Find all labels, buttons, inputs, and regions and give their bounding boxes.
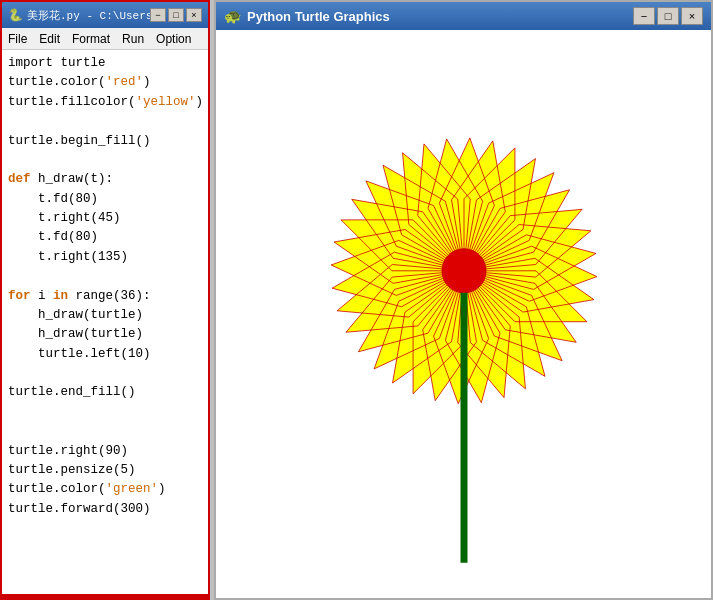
turtle-window-controls: − □ ×: [633, 7, 703, 25]
code-editor-window: 🐍 美形花.py - C:\Users\Shipley\D − □ × File…: [0, 0, 210, 600]
code-line: [8, 151, 202, 170]
code-line: for i in range(36):: [8, 287, 202, 306]
code-line: [8, 267, 202, 286]
menu-bar: File Edit Format Run Option: [2, 28, 208, 50]
menu-file[interactable]: File: [2, 30, 33, 48]
code-line: [8, 403, 202, 422]
code-line: turtle.begin_fill(): [8, 132, 202, 151]
turtle-canvas-area: [216, 30, 711, 598]
code-line: [8, 422, 202, 441]
menu-option[interactable]: Option: [150, 30, 197, 48]
code-line: turtle.forward(300): [8, 500, 202, 519]
code-line: h_draw(turtle): [8, 306, 202, 325]
code-editor-title: 美形花.py - C:\Users\Shipley\D: [27, 8, 150, 23]
minimize-button[interactable]: −: [150, 8, 166, 22]
code-line: turtle.color('green'): [8, 480, 202, 499]
close-button[interactable]: ×: [186, 8, 202, 22]
code-line: turtle.right(90): [8, 442, 202, 461]
turtle-window: 🐢 Python Turtle Graphics − □ ×: [214, 0, 713, 600]
turtle-maximize-button[interactable]: □: [657, 7, 679, 25]
turtle-minimize-button[interactable]: −: [633, 7, 655, 25]
code-line: turtle.color('red'): [8, 73, 202, 92]
maximize-button[interactable]: □: [168, 8, 184, 22]
code-line: turtle.left(10): [8, 345, 202, 364]
code-line: def h_draw(t):: [8, 170, 202, 189]
menu-edit[interactable]: Edit: [33, 30, 66, 48]
python-icon: 🐍: [8, 8, 23, 23]
code-content[interactable]: import turtle turtle.color('red') turtle…: [2, 50, 208, 594]
code-line: turtle.pensize(5): [8, 461, 202, 480]
menu-run[interactable]: Run: [116, 30, 150, 48]
turtle-close-button[interactable]: ×: [681, 7, 703, 25]
code-line: t.right(45): [8, 209, 202, 228]
code-line: turtle.fillcolor('yellow'): [8, 93, 202, 112]
code-line: t.right(135): [8, 248, 202, 267]
bottom-accent: [2, 594, 208, 598]
code-line: t.fd(80): [8, 228, 202, 247]
code-line: import turtle: [8, 54, 202, 73]
code-line: [8, 112, 202, 131]
code-editor-controls: − □ ×: [150, 8, 202, 22]
turtle-canvas: [219, 44, 709, 584]
turtle-title-icon: 🐢: [224, 8, 241, 25]
menu-format[interactable]: Format: [66, 30, 116, 48]
turtle-title-text: Python Turtle Graphics: [247, 9, 633, 24]
turtle-titlebar: 🐢 Python Turtle Graphics − □ ×: [216, 2, 711, 30]
code-line: h_draw(turtle): [8, 325, 202, 344]
code-editor-titlebar: 🐍 美形花.py - C:\Users\Shipley\D − □ ×: [2, 2, 208, 28]
code-line: t.fd(80): [8, 190, 202, 209]
code-line: [8, 364, 202, 383]
code-line: turtle.end_fill(): [8, 383, 202, 402]
